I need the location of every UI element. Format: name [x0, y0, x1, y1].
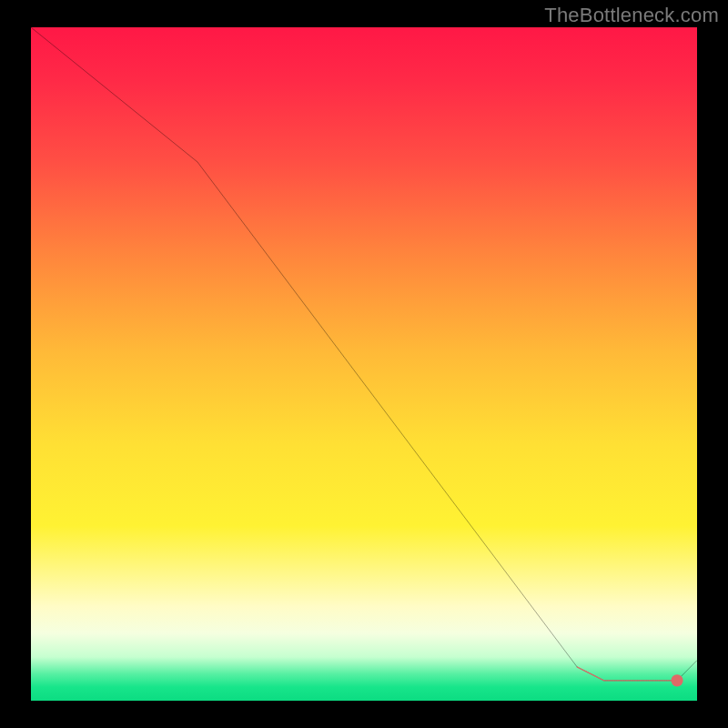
dashed-segment	[577, 667, 677, 681]
watermark-text: TheBottleneck.com	[544, 4, 719, 27]
chart-overlay	[31, 27, 697, 701]
plot-area	[31, 27, 697, 701]
chart-stage: TheBottleneck.com	[0, 0, 728, 728]
series-line	[31, 27, 697, 681]
terminal-marker	[671, 674, 682, 686]
